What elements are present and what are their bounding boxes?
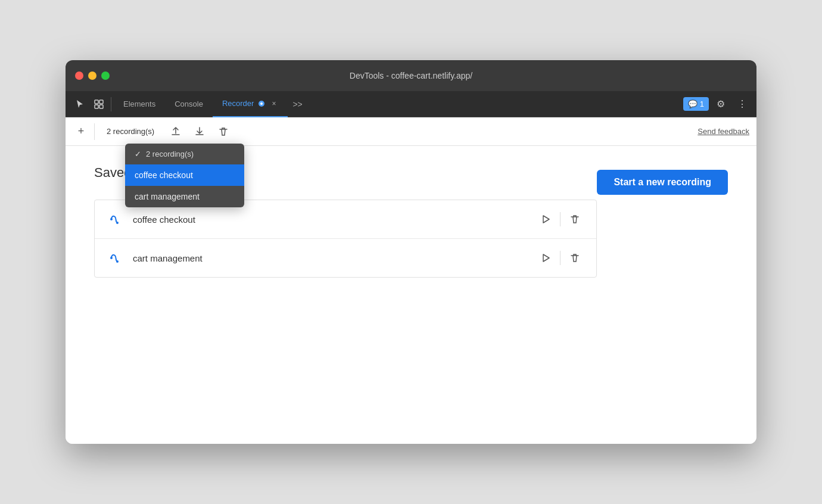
traffic-lights bbox=[75, 71, 110, 80]
play-recording-2-button[interactable] bbox=[536, 248, 555, 267]
action-divider bbox=[560, 251, 561, 265]
recorder-icon bbox=[257, 99, 266, 108]
delete-recording-2-button[interactable] bbox=[565, 248, 584, 267]
devtools-right-icons: 💬 1 ⚙ ⋮ bbox=[683, 95, 752, 114]
tab-close-icon[interactable]: × bbox=[269, 98, 278, 109]
close-button[interactable] bbox=[75, 71, 83, 80]
delete-recording-button[interactable] bbox=[214, 122, 233, 141]
dropdown-item-coffee-checkout[interactable]: coffee checkout bbox=[125, 164, 244, 186]
tab-elements[interactable]: Elements bbox=[114, 91, 165, 117]
layers-icon[interactable] bbox=[89, 95, 108, 114]
recording-item: cart management bbox=[95, 239, 596, 277]
feedback-badge[interactable]: 💬 1 bbox=[683, 97, 709, 111]
maximize-button[interactable] bbox=[101, 71, 110, 80]
svg-rect-1 bbox=[99, 100, 103, 104]
minimize-button[interactable] bbox=[88, 71, 96, 80]
devtools-tabs: Elements Console Recorder × >> 💬 1 ⚙ ⋮ bbox=[66, 91, 756, 117]
recordings-dropdown: ✓ 2 recording(s) coffee checkout cart ma… bbox=[125, 144, 244, 207]
recording-list: coffee checkout bbox=[94, 200, 597, 278]
recording-actions-1 bbox=[536, 210, 584, 229]
tab-console[interactable]: Console bbox=[165, 91, 213, 117]
svg-point-8 bbox=[110, 257, 113, 259]
tab-recorder[interactable]: Recorder × bbox=[213, 91, 288, 117]
tab-divider bbox=[111, 97, 111, 111]
trash-icon bbox=[569, 253, 580, 263]
title-bar: DevTools - coffee-cart.netlify.app/ bbox=[66, 60, 756, 91]
play-icon bbox=[540, 253, 551, 263]
recording-name-2: cart management bbox=[133, 253, 527, 263]
more-options-icon[interactable]: ⋮ bbox=[733, 95, 752, 114]
recorder-toolbar: + 2 recording(s) Send feedback ✓ 2 reco bbox=[66, 117, 756, 146]
cursor-icon[interactable] bbox=[70, 95, 89, 114]
svg-point-5 bbox=[260, 102, 263, 105]
play-icon bbox=[540, 214, 551, 225]
recording-icon-1 bbox=[107, 211, 123, 228]
recordings-selector[interactable]: 2 recording(s) bbox=[99, 125, 161, 138]
add-recording-button[interactable]: + bbox=[73, 123, 89, 140]
svg-rect-3 bbox=[99, 105, 103, 108]
devtools-window: DevTools - coffee-cart.netlify.app/ Elem… bbox=[66, 60, 756, 444]
more-tabs-button[interactable]: >> bbox=[288, 91, 307, 117]
download-button[interactable] bbox=[190, 122, 209, 141]
checkmark-icon: ✓ bbox=[135, 150, 141, 158]
send-feedback-link[interactable]: Send feedback bbox=[698, 127, 749, 136]
settings-icon[interactable]: ⚙ bbox=[711, 95, 730, 114]
action-divider bbox=[560, 212, 561, 226]
upload-icon bbox=[170, 126, 181, 137]
window-title: DevTools - coffee-cart.netlify.app/ bbox=[350, 71, 472, 80]
start-recording-button[interactable]: Start a new recording bbox=[597, 170, 728, 195]
svg-rect-0 bbox=[95, 100, 98, 104]
right-content: Start a new recording bbox=[597, 165, 728, 195]
recording-name-1: coffee checkout bbox=[133, 214, 527, 225]
dropdown-item-cart-management[interactable]: cart management bbox=[125, 186, 244, 207]
recording-icon-2 bbox=[107, 250, 123, 266]
recording-actions-2 bbox=[536, 248, 584, 267]
delete-recording-1-button[interactable] bbox=[565, 210, 584, 229]
chat-icon: 💬 bbox=[688, 99, 698, 108]
trash-icon bbox=[569, 214, 580, 225]
svg-point-7 bbox=[116, 222, 119, 224]
trash-icon bbox=[218, 126, 229, 137]
svg-point-9 bbox=[116, 260, 119, 263]
download-icon bbox=[194, 126, 205, 137]
toolbar-divider bbox=[94, 123, 95, 140]
svg-point-6 bbox=[110, 218, 113, 220]
dropdown-header: ✓ 2 recording(s) bbox=[125, 144, 244, 164]
play-recording-1-button[interactable] bbox=[536, 210, 555, 229]
svg-rect-2 bbox=[95, 105, 98, 108]
export-button[interactable] bbox=[166, 122, 185, 141]
